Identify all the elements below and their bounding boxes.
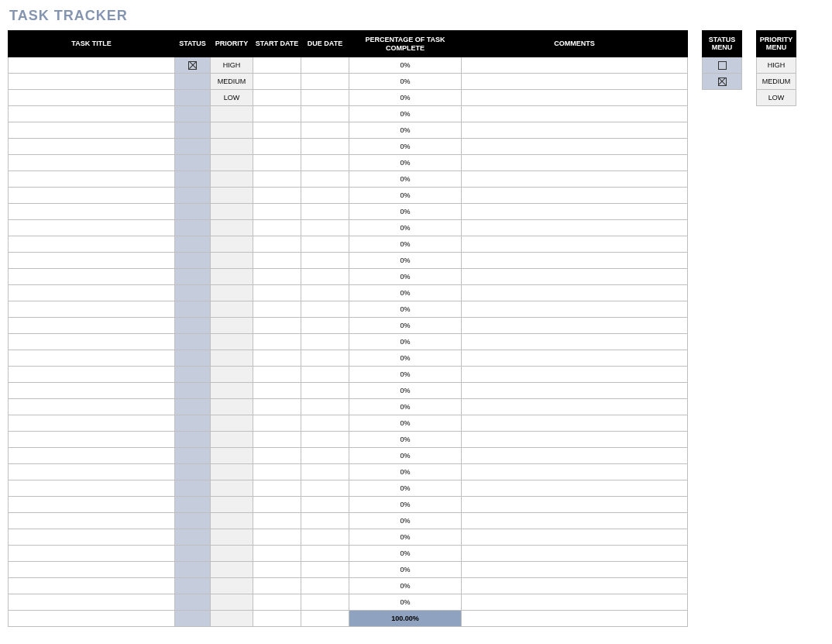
priority-cell[interactable] <box>211 546 253 562</box>
task-title-cell[interactable] <box>9 383 175 399</box>
due-date-cell[interactable] <box>301 497 349 513</box>
due-date-cell[interactable] <box>301 253 349 269</box>
status-cell[interactable] <box>175 318 211 334</box>
pct-complete-cell[interactable]: 0% <box>349 334 462 350</box>
start-date-cell[interactable] <box>253 155 301 171</box>
start-date-cell[interactable] <box>253 367 301 383</box>
task-title-cell[interactable] <box>9 480 175 497</box>
pct-complete-cell[interactable]: 0% <box>349 253 462 269</box>
start-date-cell[interactable] <box>253 334 301 350</box>
status-cell[interactable] <box>175 139 211 155</box>
due-date-cell[interactable] <box>301 318 349 334</box>
start-date-cell[interactable] <box>253 204 301 220</box>
start-date-cell[interactable] <box>253 578 301 594</box>
comments-cell[interactable] <box>462 464 688 480</box>
start-date-cell[interactable] <box>253 188 301 204</box>
due-date-cell[interactable] <box>301 90 349 106</box>
status-cell[interactable] <box>175 220 211 236</box>
due-date-cell[interactable] <box>301 155 349 171</box>
priority-cell[interactable] <box>211 318 253 334</box>
priority-cell[interactable] <box>211 383 253 399</box>
pct-complete-cell[interactable]: 0% <box>349 464 462 480</box>
pct-complete-cell[interactable]: 0% <box>349 74 462 90</box>
comments-cell[interactable] <box>462 204 688 220</box>
total-pct-cell[interactable]: 100.00% <box>349 611 462 627</box>
pct-complete-cell[interactable]: 0% <box>349 367 462 383</box>
pct-complete-cell[interactable]: 0% <box>349 90 462 106</box>
comments-cell[interactable] <box>462 220 688 236</box>
pct-complete-cell[interactable]: 0% <box>349 546 462 562</box>
pct-complete-cell[interactable]: 0% <box>349 269 462 285</box>
start-date-cell[interactable] <box>253 253 301 269</box>
priority-cell[interactable] <box>211 334 253 350</box>
due-date-cell[interactable] <box>301 285 349 301</box>
pct-complete-cell[interactable]: 0% <box>349 399 462 415</box>
task-title-cell[interactable] <box>9 122 175 139</box>
start-date-cell[interactable] <box>253 546 301 562</box>
due-date-cell[interactable] <box>301 236 349 253</box>
comments-cell[interactable] <box>462 399 688 415</box>
pct-complete-cell[interactable]: 0% <box>349 155 462 171</box>
task-title-cell[interactable] <box>9 269 175 285</box>
total-priority-cell[interactable] <box>211 611 253 627</box>
pct-complete-cell[interactable]: 0% <box>349 236 462 253</box>
task-title-cell[interactable] <box>9 285 175 301</box>
start-date-cell[interactable] <box>253 415 301 432</box>
due-date-cell[interactable] <box>301 204 349 220</box>
task-title-cell[interactable] <box>9 171 175 188</box>
pct-complete-cell[interactable]: 0% <box>349 285 462 301</box>
status-cell[interactable] <box>175 57 211 74</box>
task-title-cell[interactable] <box>9 106 175 122</box>
priority-cell[interactable] <box>211 399 253 415</box>
due-date-cell[interactable] <box>301 367 349 383</box>
task-title-cell[interactable] <box>9 204 175 220</box>
start-date-cell[interactable] <box>253 220 301 236</box>
due-date-cell[interactable] <box>301 106 349 122</box>
task-title-cell[interactable] <box>9 546 175 562</box>
start-date-cell[interactable] <box>253 480 301 497</box>
status-cell[interactable] <box>175 464 211 480</box>
pct-complete-cell[interactable]: 0% <box>349 529 462 546</box>
comments-cell[interactable] <box>462 155 688 171</box>
comments-cell[interactable] <box>462 562 688 578</box>
total-start-cell[interactable] <box>253 611 301 627</box>
start-date-cell[interactable] <box>253 562 301 578</box>
start-date-cell[interactable] <box>253 497 301 513</box>
priority-cell[interactable] <box>211 139 253 155</box>
due-date-cell[interactable] <box>301 480 349 497</box>
due-date-cell[interactable] <box>301 139 349 155</box>
due-date-cell[interactable] <box>301 415 349 432</box>
task-title-cell[interactable] <box>9 562 175 578</box>
comments-cell[interactable] <box>462 236 688 253</box>
status-cell[interactable] <box>175 74 211 90</box>
comments-cell[interactable] <box>462 513 688 529</box>
pct-complete-cell[interactable]: 0% <box>349 448 462 464</box>
priority-menu-item[interactable]: HIGH <box>757 57 796 74</box>
pct-complete-cell[interactable]: 0% <box>349 188 462 204</box>
comments-cell[interactable] <box>462 367 688 383</box>
comments-cell[interactable] <box>462 253 688 269</box>
status-cell[interactable] <box>175 432 211 448</box>
task-title-cell[interactable] <box>9 513 175 529</box>
status-cell[interactable] <box>175 497 211 513</box>
priority-cell[interactable] <box>211 204 253 220</box>
start-date-cell[interactable] <box>253 236 301 253</box>
status-cell[interactable] <box>175 415 211 432</box>
pct-complete-cell[interactable]: 0% <box>349 318 462 334</box>
status-cell[interactable] <box>175 367 211 383</box>
comments-cell[interactable] <box>462 432 688 448</box>
start-date-cell[interactable] <box>253 432 301 448</box>
status-cell[interactable] <box>175 383 211 399</box>
comments-cell[interactable] <box>462 318 688 334</box>
priority-menu-item[interactable]: LOW <box>757 90 796 106</box>
comments-cell[interactable] <box>462 188 688 204</box>
comments-cell[interactable] <box>462 497 688 513</box>
task-title-cell[interactable] <box>9 350 175 367</box>
start-date-cell[interactable] <box>253 171 301 188</box>
priority-cell[interactable]: LOW <box>211 90 253 106</box>
comments-cell[interactable] <box>462 171 688 188</box>
task-title-cell[interactable] <box>9 57 175 74</box>
task-title-cell[interactable] <box>9 367 175 383</box>
start-date-cell[interactable] <box>253 269 301 285</box>
due-date-cell[interactable] <box>301 269 349 285</box>
